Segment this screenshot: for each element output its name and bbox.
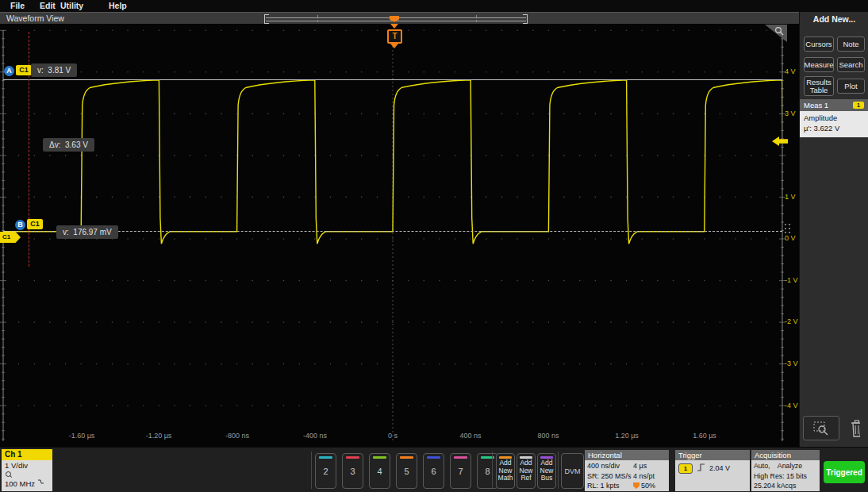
cursor-b-horizontal-bar[interactable] [3,231,782,232]
ref-color-stripe [520,456,532,459]
x-axis-label: -800 ns [225,432,249,440]
channel6-button[interactable]: 6 [423,453,444,489]
trigger-status-badge: Triggered [824,461,865,483]
cursor-b-readout: v: 176.97 mV [56,225,118,239]
channel6-color-stripe [427,456,441,459]
channel1-badge[interactable]: Ch 1 1 V/div 100 MHz [2,449,52,490]
channel5-button[interactable]: 5 [396,453,417,489]
cursor-b-source-badge[interactable]: C1 [27,219,43,229]
measure-button[interactable]: Measure [804,57,834,72]
draw-zoom-box-button[interactable] [803,416,839,440]
note-button[interactable]: Note [837,37,865,52]
channel3-color-stripe [346,456,360,459]
cursor-a-source-badge[interactable]: C1 [16,65,32,75]
x-axis-label: 1.20 µs [615,432,639,440]
divider [311,452,312,489]
meas1-source-badge: 1 [853,102,864,109]
channel5-label: 5 [404,467,409,476]
ch1-waveform-trace [3,80,793,244]
horizontal-scale: 400 ns/div [585,461,633,471]
channel2-button[interactable]: 2 [315,453,336,489]
horizontal-position: 50% [641,482,655,490]
sample-interval: 4 ns/pt [633,471,655,482]
search-button[interactable]: Search [837,57,865,72]
meas1-name: Amplitude [804,113,868,123]
results-table-button[interactable]: Results Table [804,76,834,96]
rising-edge-icon [697,463,706,472]
channel4-button[interactable]: 4 [369,453,390,489]
channel7-label: 7 [458,467,463,476]
trash-icon [849,419,860,438]
horizontal-window: 4 µs [633,461,647,471]
channel6-label: 6 [431,467,436,476]
x-axis-label: -1.60 µs [69,432,95,440]
math-color-stripe [499,456,511,459]
acquisition-mode: Auto, Analyze [754,461,820,471]
panel-splitter-handle[interactable] [785,224,790,241]
cursor-a-badge[interactable]: A [4,66,14,76]
channel1-bandwidth: 100 MHz [5,479,35,488]
magnifier-icon [774,26,785,37]
channel3-button[interactable]: 3 [342,453,363,489]
acquisition-title: Acquisition [751,450,820,460]
cursor-b-badge[interactable]: B [15,220,25,230]
channel1-title: Ch 1 [2,449,52,460]
trigger-position-flag[interactable]: T [387,29,402,44]
horizontal-title: Horizontal [585,450,669,460]
horizontal-panel[interactable]: Horizontal 400 ns/div4 µs SR: 250 MS/s4 … [585,450,669,491]
divider [558,452,559,489]
trigger-level: 2.04 V [709,464,730,472]
add-new-ref-button[interactable]: Add New Ref [517,453,536,489]
menu-help[interactable]: Help [109,1,127,10]
divider [492,452,493,489]
cursors-button[interactable]: Cursors [804,37,834,52]
channel1-scale: 1 V/div [5,461,52,471]
channel7-button[interactable]: 7 [450,453,471,489]
meas1-mean: µ': 3.622 V [804,123,868,133]
menu-file[interactable]: File [10,1,25,10]
record-length: RL: 1 kpts [585,481,633,491]
x-axis-label: 1.60 µs [693,432,716,440]
menu-utility[interactable]: Utility [60,1,83,10]
channel1-level-marker[interactable]: C1 [0,232,21,243]
horizontal-position-icon [633,482,639,489]
x-axis-label: 0 s [388,432,398,440]
y-axis-label: 1 V [785,193,796,201]
channel1-settings: 1 V/div 100 MHz [2,460,52,491]
trigger-panel[interactable]: Trigger 1 2.04 V [675,450,750,491]
bus-color-stripe [540,456,552,459]
overview-tick [476,15,477,22]
trigger-title: Trigger [675,450,750,460]
results-sidebar: Add New... Cursors Note Measure Search R… [799,12,868,447]
dvm-button[interactable]: DVM [561,453,584,489]
overview-left-bracket [264,14,269,24]
acquisition-count: 25.204 kAcqs [754,481,820,491]
graticule-and-waveform [0,0,799,492]
trigger-level-arrow[interactable] [772,136,788,146]
menu-edit[interactable]: Edit [40,1,56,10]
x-axis-label: 400 ns [459,432,481,440]
settings-bar: Ch 1 1 V/div 100 MHz [0,447,868,492]
y-axis-label: 4 V [785,67,796,75]
cursor-a-horizontal-bar[interactable] [3,79,782,80]
add-new-title: Add New... [800,14,868,24]
zoom-box-icon [812,420,830,437]
dvm-label: DVM [565,467,581,475]
channel2-color-stripe [319,456,333,459]
acquisition-panel[interactable]: Acquisition Auto, Analyze High Res: 15 b… [751,450,820,491]
y-axis-label: -4 V [785,402,798,409]
cursor-delta-readout: Δv: 3.63 V [43,138,94,152]
channel4-label: 4 [377,467,382,476]
x-axis-label: -1.20 µs [146,432,172,440]
plot-button[interactable]: Plot [837,79,865,94]
add-new-math-button[interactable]: Add New Math [496,453,515,489]
waveform-view-header: Waveform View [0,12,799,24]
channel8-button[interactable]: 8 [477,453,498,489]
channel7-color-stripe [454,456,468,459]
trigger-source-badge: 1 [678,463,693,474]
add-new-bus-button[interactable]: Add New Bus [537,453,556,489]
add-new-bus-label: Add New Bus [540,459,554,482]
channel4-color-stripe [373,456,387,459]
meas1-result[interactable]: Amplitude µ': 3.622 V [800,111,868,137]
delete-button[interactable] [844,417,865,440]
